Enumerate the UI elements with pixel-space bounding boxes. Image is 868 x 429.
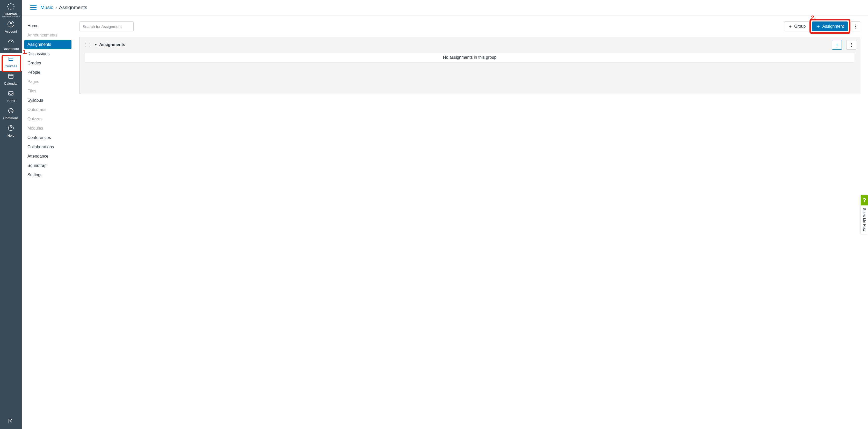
svg-rect-11 bbox=[9, 57, 13, 61]
course-nav-item-quizzes[interactable]: Quizzes bbox=[24, 114, 71, 124]
plus-icon: ＋ bbox=[834, 42, 839, 47]
course-nav-item-syllabus[interactable]: Syllabus bbox=[24, 96, 71, 105]
nav-calendar-label: Calendar bbox=[0, 81, 22, 86]
commons-icon bbox=[7, 107, 14, 114]
svg-point-1 bbox=[10, 9, 11, 10]
nav-help[interactable]: Help bbox=[0, 123, 22, 140]
kebab-icon bbox=[855, 25, 856, 29]
nav-collapse-toggle[interactable] bbox=[0, 414, 22, 429]
course-nav-item-modules[interactable]: Modules bbox=[24, 124, 71, 133]
course-nav-item-settings[interactable]: Settings bbox=[24, 170, 71, 179]
course-nav-item-label: Settings bbox=[27, 173, 42, 177]
nav-dashboard[interactable]: Dashboard bbox=[0, 36, 22, 53]
course-nav-item-soundtrap[interactable]: Soundtrap bbox=[24, 161, 71, 170]
breadcrumb-course-link[interactable]: Music bbox=[40, 5, 53, 10]
breadcrumb-current: Assignments bbox=[59, 5, 87, 10]
help-icon bbox=[7, 125, 14, 131]
add-group-label: Group bbox=[794, 24, 806, 29]
course-nav-item-discussions[interactable]: Discussions bbox=[24, 50, 71, 58]
course-nav-item-label: Conferences bbox=[27, 135, 51, 140]
course-nav-item-assignments[interactable]: Assignments bbox=[24, 40, 71, 49]
help-tab-icon: ? bbox=[861, 195, 868, 205]
help-tab-label: Show Me How bbox=[861, 205, 867, 234]
course-nav-item-label: Files bbox=[27, 89, 36, 93]
course-nav-item-label: Outcomes bbox=[27, 107, 46, 112]
course-nav-item-label: Home bbox=[27, 24, 39, 28]
assignment-group-options-button[interactable] bbox=[846, 40, 856, 50]
content-area: 1. 2. ＋ Group ＋ Assignment bbox=[71, 16, 868, 429]
canvas-logo[interactable]: CANVAS FREE FOR TEACHER bbox=[2, 0, 20, 19]
nav-help-label: Help bbox=[0, 133, 22, 137]
course-nav-item-label: Syllabus bbox=[27, 98, 43, 102]
nav-calendar[interactable]: Calendar bbox=[0, 71, 22, 88]
user-circle-icon bbox=[7, 21, 14, 27]
assignments-options-button[interactable] bbox=[850, 22, 860, 31]
svg-point-2 bbox=[7, 6, 8, 7]
topbar: Music › Assignments bbox=[22, 0, 868, 16]
svg-point-5 bbox=[13, 4, 14, 5]
search-assignment-input[interactable] bbox=[79, 22, 134, 31]
course-nav-item-label: Grades bbox=[27, 61, 41, 65]
assignment-group-title: Assignments bbox=[99, 42, 125, 47]
collapse-toggle[interactable]: ▾ bbox=[95, 43, 97, 46]
inbox-icon bbox=[7, 90, 14, 97]
course-nav-item-attendance[interactable]: Attendance bbox=[24, 152, 71, 161]
course-nav-item-label: Soundtrap bbox=[27, 163, 46, 168]
course-nav-item-people[interactable]: People bbox=[24, 68, 71, 77]
course-nav-item-files[interactable]: Files bbox=[24, 87, 71, 96]
canvas-logo-subtitle: FREE FOR TEACHER bbox=[2, 15, 20, 17]
kebab-icon bbox=[851, 43, 852, 47]
nav-inbox[interactable]: Inbox bbox=[0, 88, 22, 105]
svg-point-4 bbox=[8, 4, 9, 5]
add-assignment-button[interactable]: ＋ Assignment bbox=[812, 22, 848, 31]
nav-inbox-label: Inbox bbox=[0, 99, 22, 103]
course-nav-item-conferences[interactable]: Conferences bbox=[24, 133, 71, 142]
svg-rect-13 bbox=[8, 74, 13, 78]
svg-rect-17 bbox=[8, 92, 13, 95]
add-assignment-in-group-button[interactable]: ＋ bbox=[832, 40, 842, 50]
drag-handle-icon[interactable]: ⋮⋮ bbox=[83, 42, 92, 47]
course-nav-item-outcomes[interactable]: Outcomes bbox=[24, 105, 71, 114]
calendar-icon bbox=[7, 73, 14, 79]
course-nav-item-label: People bbox=[27, 70, 40, 74]
course-nav-item-announcements[interactable]: Announcements bbox=[24, 31, 71, 40]
nav-commons[interactable]: Commons bbox=[0, 105, 22, 123]
nav-courses[interactable]: Courses bbox=[0, 53, 22, 71]
hamburger-icon bbox=[30, 5, 37, 10]
nav-courses-label: Courses bbox=[0, 64, 22, 68]
global-nav: CANVAS FREE FOR TEACHER Account Dashboar… bbox=[0, 0, 22, 429]
assignment-group-header: ⋮⋮ ▾ Assignments ＋ bbox=[80, 37, 860, 52]
assignments-toolbar: 2. ＋ Group ＋ Assignment bbox=[79, 22, 860, 31]
nav-account[interactable]: Account bbox=[0, 19, 22, 36]
course-nav-item-collaborations[interactable]: Collaborations bbox=[24, 142, 71, 152]
plus-icon: ＋ bbox=[816, 24, 820, 29]
course-nav-item-pages[interactable]: Pages bbox=[24, 77, 71, 86]
course-nav: HomeAnnouncementsAssignmentsDiscussionsG… bbox=[22, 16, 71, 429]
course-nav-toggle[interactable] bbox=[30, 5, 37, 10]
course-nav-item-label: Assignments bbox=[27, 42, 51, 46]
course-nav-item-grades[interactable]: Grades bbox=[24, 59, 71, 68]
svg-point-7 bbox=[13, 8, 14, 9]
course-nav-item-home[interactable]: Home bbox=[24, 22, 71, 30]
assignment-group-panel: ⋮⋮ ▾ Assignments ＋ No assignments in thi… bbox=[79, 37, 860, 94]
breadcrumb: Music › Assignments bbox=[40, 5, 87, 10]
add-assignment-label: Assignment bbox=[822, 24, 844, 29]
show-me-how-tab[interactable]: ? Show Me How bbox=[861, 195, 868, 234]
main-region: Music › Assignments HomeAnnouncementsAss… bbox=[22, 0, 868, 429]
add-group-button[interactable]: ＋ Group bbox=[784, 22, 809, 31]
dashboard-icon bbox=[7, 38, 14, 45]
courses-icon bbox=[7, 55, 14, 62]
course-nav-item-label: Modules bbox=[27, 126, 43, 130]
canvas-logo-icon bbox=[7, 3, 15, 12]
course-nav-item-label: Discussions bbox=[27, 52, 50, 56]
collapse-icon bbox=[8, 420, 14, 424]
course-nav-item-label: Announcements bbox=[27, 33, 58, 37]
svg-point-6 bbox=[8, 8, 9, 9]
nav-dashboard-label: Dashboard bbox=[0, 47, 22, 51]
svg-point-20 bbox=[11, 129, 11, 130]
svg-line-10 bbox=[11, 41, 12, 42]
svg-point-3 bbox=[13, 6, 14, 7]
breadcrumb-separator: › bbox=[55, 5, 57, 10]
canvas-logo-text: CANVAS bbox=[2, 12, 20, 15]
course-nav-item-label: Pages bbox=[27, 79, 39, 84]
